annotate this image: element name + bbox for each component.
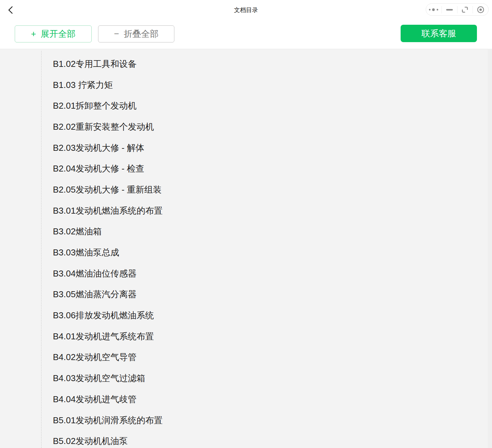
page-title: 文档目录 [0,6,492,14]
toc-item[interactable]: B3.04燃油油位传感器 [0,263,492,284]
toc-item-label: B2.05发动机大修 - 重新组装 [53,184,162,196]
toc-item[interactable]: B1.03 拧紧力矩 [0,75,492,96]
contact-service-label: 联系客服 [421,28,456,39]
toc-item-label: B2.02重新安装整个发动机 [53,121,154,133]
expand-all-button[interactable]: + 展开全部 [15,25,92,42]
minimize-button[interactable] [442,4,457,15]
toc-item[interactable]: B4.01发动机进气系统布置 [0,326,492,347]
toc-item[interactable]: B2.04发动机大修 - 检查 [0,158,492,179]
toc-item[interactable]: B2.02重新安装整个发动机 [0,116,492,137]
scrollbar-track[interactable] [488,49,492,448]
toc-item-label: B4.01发动机进气系统布置 [53,331,154,342]
toc-item-label: B3.03燃油泵总成 [53,247,119,258]
toc-item[interactable]: B2.01拆卸整个发动机 [0,95,492,116]
circle-dot-icon [477,6,485,14]
toc-item-label: B4.02发动机空气导管 [53,351,137,363]
toc-item-label: B3.01发动机燃油系统的布置 [53,205,163,217]
more-dots-icon [428,7,439,12]
toc-item-label: B1.03 拧紧力矩 [53,79,113,91]
more-menu-button[interactable] [426,4,441,15]
toc-item[interactable]: B5.02发动机机油泵 [0,431,492,448]
toc-item[interactable]: B3.02燃油箱 [0,221,492,242]
toc-item[interactable]: B2.05发动机大修 - 重新组装 [0,179,492,200]
chevron-left-icon [8,6,14,14]
toc-item[interactable]: B1.02专用工具和设备 [0,53,492,75]
toc-item-label: B1.02专用工具和设备 [53,58,137,70]
toc-item[interactable]: B3.06排放发动机燃油系统 [0,305,492,326]
collapse-all-button[interactable]: − 折叠全部 [98,25,174,42]
back-button[interactable] [7,5,15,15]
toc-item-label: B2.01拆卸整个发动机 [53,100,137,112]
toc-item-label: B5.02发动机机油泵 [53,435,128,447]
toc-item[interactable]: B3.01发动机燃油系统的布置 [0,200,492,221]
toc-item[interactable]: B4.02发动机空气导管 [0,347,492,368]
toc-item[interactable]: B3.05燃油蒸汽分离器 [0,284,492,305]
toc-item[interactable]: B2.03发动机大修 - 解体 [0,137,492,158]
plus-icon: + [31,29,36,39]
toc-item[interactable]: B4.04发动机进气歧管 [0,389,492,410]
toc-content-area: B1.02专用工具和设备 B1.03 拧紧力矩 B2.01拆卸整个发动机 B2.… [0,49,492,448]
exit-button[interactable] [473,4,488,15]
toc-item-label: B3.06排放发动机燃油系统 [53,310,154,321]
minus-icon: − [114,29,119,39]
toc-item-label: B4.04发动机进气歧管 [53,394,137,405]
toc-list: B1.02专用工具和设备 B1.03 拧紧力矩 B2.01拆卸整个发动机 B2.… [0,49,492,448]
toc-item-label: B5.01发动机润滑系统的布置 [53,415,163,426]
minimize-icon [446,8,453,11]
toc-item-label: B4.03发动机空气过滤箱 [53,372,145,384]
toc-item[interactable]: B5.01发动机润滑系统的布置 [0,410,492,431]
toc-item-label: B2.04发动机大修 - 检查 [53,163,144,175]
contact-service-button[interactable]: 联系客服 [401,25,477,42]
restore-window-icon [461,6,469,14]
window-controls-capsule [426,3,489,16]
restore-window-button[interactable] [458,4,473,15]
collapse-all-label: 折叠全部 [124,28,159,40]
toc-item-label: B3.05燃油蒸汽分离器 [53,289,137,300]
toc-item[interactable]: B4.03发动机空气过滤箱 [0,368,492,389]
toc-item-label: B2.03发动机大修 - 解体 [53,142,144,154]
toc-item-label: B3.04燃油油位传感器 [53,268,137,279]
toc-item[interactable]: B3.03燃油泵总成 [0,242,492,263]
header: 文档目录 [0,0,492,49]
expand-all-label: 展开全部 [41,28,76,40]
toc-item-label: B3.02燃油箱 [53,226,102,237]
